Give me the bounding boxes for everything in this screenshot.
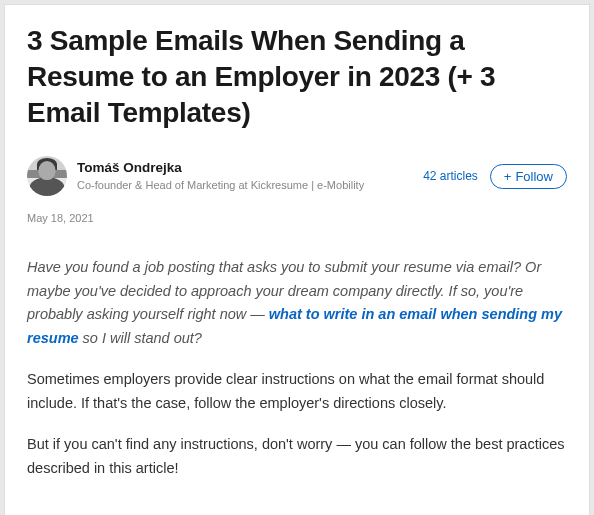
author-left: Tomáš Ondrejka Co-founder & Head of Mark… (27, 156, 364, 196)
author-info: Tomáš Ondrejka Co-founder & Head of Mark… (77, 159, 364, 193)
intro-paragraph: Have you found a job posting that asks y… (27, 256, 567, 350)
plus-icon: + (504, 169, 512, 184)
articles-count-link[interactable]: 42 articles (423, 169, 478, 183)
article-container: 3 Sample Emails When Sending a Resume to… (4, 4, 590, 515)
follow-label: Follow (515, 169, 553, 184)
author-name[interactable]: Tomáš Ondrejka (77, 159, 364, 178)
paragraph-2: Sometimes employers provide clear instru… (27, 368, 567, 415)
follow-button[interactable]: + Follow (490, 164, 567, 189)
paragraph-3: But if you can't find any instructions, … (27, 433, 567, 480)
avatar[interactable] (27, 156, 67, 196)
publish-date: May 18, 2021 (27, 212, 567, 224)
article-title: 3 Sample Emails When Sending a Resume to… (27, 23, 567, 130)
author-subtitle: Co-founder & Head of Marketing at Kickre… (77, 178, 364, 193)
author-row: Tomáš Ondrejka Co-founder & Head of Mark… (27, 156, 567, 196)
intro-text-2: so I will stand out? (79, 330, 202, 346)
author-right: 42 articles + Follow (423, 164, 567, 189)
